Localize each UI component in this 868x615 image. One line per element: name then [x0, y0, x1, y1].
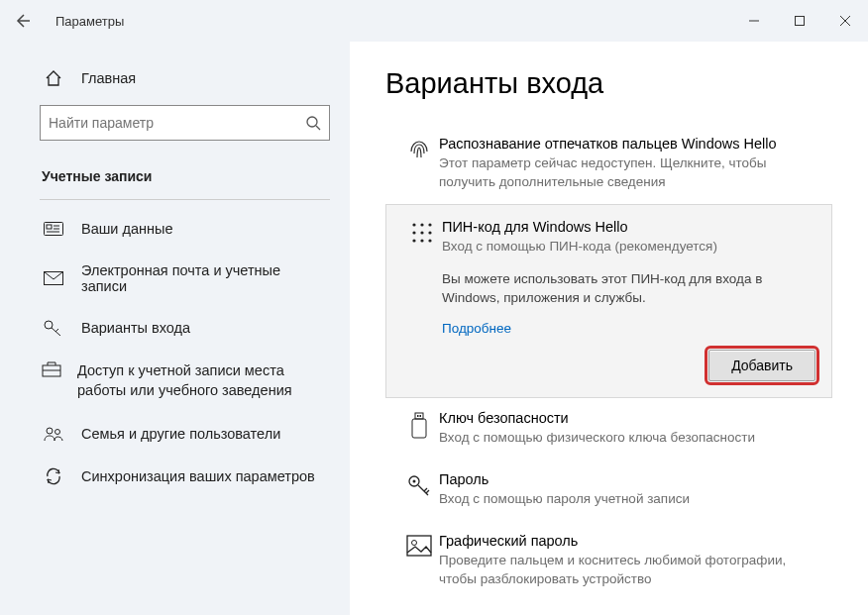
sync-icon: [42, 467, 65, 485]
svg-rect-29: [412, 419, 426, 438]
nav-home-label: Главная: [81, 70, 136, 86]
sidebar-item-your-info[interactable]: Ваши данные: [0, 208, 350, 250]
key-icon: [42, 320, 65, 336]
option-title: Графический пароль: [439, 533, 818, 549]
svg-point-35: [412, 541, 417, 546]
close-icon[interactable]: [822, 0, 868, 42]
category-header: Учетные записи: [0, 158, 350, 199]
svg-point-25: [412, 239, 415, 242]
svg-point-21: [428, 223, 431, 226]
option-sub: Вход с помощью физического ключа безопас…: [439, 429, 818, 448]
option-fingerprint[interactable]: Распознавание отпечатков пальцев Windows…: [385, 124, 832, 204]
sidebar-item-sync[interactable]: Синхронизация ваших параметров: [0, 455, 350, 498]
search-icon: [305, 115, 321, 131]
option-sub: Вход с помощью ПИН-кода (рекомендуется): [442, 238, 815, 256]
option-desc: Вы можете использовать этот ПИН-код для …: [442, 270, 815, 308]
svg-point-18: [55, 430, 60, 435]
svg-point-33: [413, 480, 416, 483]
add-button[interactable]: Добавить: [708, 350, 815, 381]
sidebar-item-email[interactable]: Электронная почта и учетные записи: [0, 250, 350, 307]
mail-icon: [42, 271, 65, 285]
sidebar: Главная Учетные записи Ваши данные: [0, 42, 350, 615]
option-securitykey[interactable]: Ключ безопасности Вход с помощью физичес…: [385, 398, 832, 460]
svg-line-14: [55, 329, 58, 332]
svg-point-4: [307, 117, 317, 127]
back-icon[interactable]: [14, 13, 46, 29]
option-pin[interactable]: ПИН-код для Windows Hello Вход с помощью…: [385, 204, 832, 399]
sidebar-item-label: Синхронизация ваших параметров: [81, 468, 315, 484]
svg-point-17: [47, 428, 53, 434]
svg-point-24: [428, 231, 431, 234]
picture-icon: [399, 533, 439, 589]
svg-rect-7: [47, 225, 52, 229]
keypad-icon: [402, 219, 442, 256]
home-icon: [42, 69, 65, 87]
option-title: Пароль: [439, 471, 818, 487]
svg-line-5: [316, 126, 320, 130]
option-sub: Проведите пальцем и коснитесь любимой фо…: [439, 552, 818, 589]
sidebar-item-label: Семья и другие пользователи: [81, 426, 280, 442]
key-icon: [399, 471, 439, 509]
option-title: Ключ безопасности: [439, 410, 818, 426]
settings-window: Параметры Главная: [0, 0, 868, 615]
svg-point-23: [420, 231, 423, 234]
page-title: Варианты входа: [385, 67, 832, 100]
svg-point-20: [420, 223, 423, 226]
divider: [40, 199, 330, 200]
option-sub: Этот параметр сейчас недоступен. Щелкнит…: [439, 154, 818, 192]
nav-home[interactable]: Главная: [0, 59, 350, 97]
option-title: ПИН-код для Windows Hello: [442, 219, 815, 235]
option-password[interactable]: Пароль Вход с помощью пароля учетной зап…: [385, 460, 832, 521]
svg-rect-1: [796, 17, 805, 26]
svg-rect-28: [415, 413, 423, 419]
people-icon: [42, 426, 65, 442]
svg-point-19: [412, 223, 415, 226]
svg-rect-30: [417, 415, 419, 417]
maximize-icon[interactable]: [777, 0, 822, 42]
briefcase-icon: [42, 361, 61, 377]
sidebar-item-signin[interactable]: Варианты входа: [0, 307, 350, 349]
svg-point-22: [412, 231, 415, 234]
sidebar-item-workaccess[interactable]: Доступ к учетной записи места работы или…: [0, 349, 350, 413]
usb-key-icon: [399, 410, 439, 448]
window-title: Параметры: [55, 14, 124, 29]
search-input[interactable]: [40, 105, 330, 141]
svg-point-27: [428, 239, 431, 242]
fingerprint-icon: [399, 136, 439, 192]
svg-point-26: [420, 239, 423, 242]
badge-icon: [42, 222, 65, 236]
sidebar-item-label: Доступ к учетной записи места работы или…: [77, 361, 330, 400]
sidebar-item-label: Электронная почта и учетные записи: [81, 262, 330, 294]
option-title: Распознавание отпечатков пальцев Windows…: [439, 136, 818, 152]
window-controls: [731, 0, 868, 42]
search-wrap: [0, 105, 350, 141]
sidebar-item-label: Варианты входа: [81, 320, 190, 336]
learn-more-link[interactable]: Подробнее: [442, 321, 815, 336]
search-field[interactable]: [49, 115, 305, 131]
svg-rect-31: [420, 415, 422, 417]
svg-point-12: [45, 321, 53, 329]
option-picture-password[interactable]: Графический пароль Проведите пальцем и к…: [385, 521, 832, 601]
main: Варианты входа Распознавание отпечатков …: [350, 42, 868, 615]
svg-rect-34: [407, 536, 431, 556]
option-sub: Вход с помощью пароля учетной записи: [439, 490, 818, 509]
sidebar-item-family[interactable]: Семья и другие пользователи: [0, 413, 350, 455]
content: Главная Учетные записи Ваши данные: [0, 42, 868, 615]
minimize-icon[interactable]: [731, 0, 777, 42]
titlebar: Параметры: [0, 0, 868, 42]
sidebar-item-label: Ваши данные: [81, 221, 173, 237]
